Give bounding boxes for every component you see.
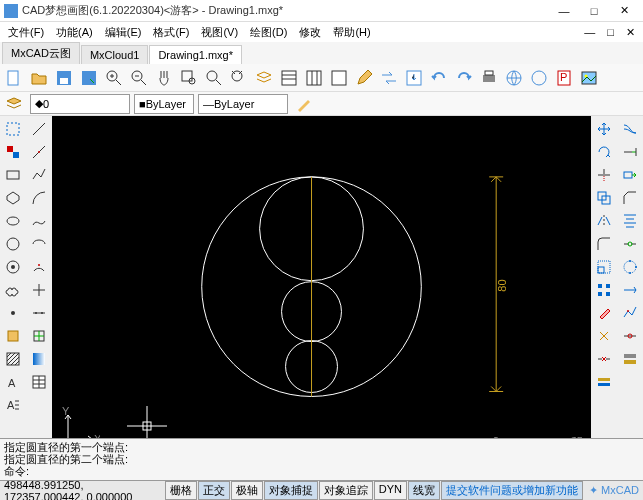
pdf-icon[interactable]: P [552, 66, 576, 90]
cloud-icon[interactable] [527, 66, 551, 90]
insert-icon[interactable] [28, 325, 50, 347]
mdi-min[interactable]: — [578, 24, 601, 41]
menu-modify[interactable]: 修改 [293, 23, 327, 42]
layer-tool-icon[interactable] [593, 371, 615, 393]
menu-draw[interactable]: 绘图(D) [244, 23, 293, 42]
image-icon[interactable] [577, 66, 601, 90]
arc-icon[interactable] [28, 187, 50, 209]
zoom-window-icon[interactable] [177, 66, 201, 90]
offset-icon[interactable] [619, 118, 641, 140]
explode-icon[interactable] [593, 325, 615, 347]
layer-combo[interactable]: ◆ 0 [30, 94, 130, 114]
status-lw[interactable]: 线宽 [408, 481, 440, 500]
layermatch-icon[interactable] [619, 348, 641, 370]
mdi-close[interactable]: ✕ [620, 24, 641, 41]
transfer-icon[interactable] [377, 66, 401, 90]
pedit-icon[interactable] [619, 302, 641, 324]
ellipse-icon[interactable] [2, 210, 24, 232]
grid-icon[interactable] [302, 66, 326, 90]
array-icon[interactable] [593, 279, 615, 301]
menu-help[interactable]: 帮助(H) [327, 23, 376, 42]
polyline-icon[interactable] [28, 164, 50, 186]
properties-icon[interactable] [277, 66, 301, 90]
status-polar[interactable]: 极轴 [231, 481, 263, 500]
align-icon[interactable] [619, 210, 641, 232]
open-icon[interactable] [27, 66, 51, 90]
new-icon[interactable] [2, 66, 26, 90]
zoom-out-icon[interactable] [127, 66, 151, 90]
ellipsearc-icon[interactable] [28, 233, 50, 255]
divide-icon[interactable] [28, 302, 50, 324]
copy-icon[interactable] [593, 187, 615, 209]
command-area[interactable]: 指定圆直径的第一个端点: 指定圆直径的第二个端点: 命令: [0, 438, 643, 480]
status-osnap[interactable]: 对象捕捉 [264, 481, 318, 500]
zoom-in-icon[interactable] [102, 66, 126, 90]
circle-icon[interactable] [2, 233, 24, 255]
hatch-icon[interactable] [2, 348, 24, 370]
status-ortho[interactable]: 正交 [198, 481, 230, 500]
menu-file[interactable]: 文件(F) [2, 23, 50, 42]
revcloud-icon[interactable] [2, 279, 24, 301]
redo-icon[interactable] [452, 66, 476, 90]
mtext-icon[interactable]: A [2, 394, 24, 416]
maximize-button[interactable]: □ [579, 1, 609, 21]
polygon-icon[interactable] [2, 187, 24, 209]
tab-drawing1[interactable]: Drawing1.mxg* [149, 45, 242, 64]
layers-icon[interactable] [252, 66, 276, 90]
menu-func[interactable]: 功能(A) [50, 23, 99, 42]
zoom-all-icon[interactable] [227, 66, 251, 90]
text-icon[interactable]: A [2, 371, 24, 393]
arraypolar-icon[interactable] [619, 256, 641, 278]
block-icon[interactable] [2, 325, 24, 347]
point-icon[interactable] [2, 302, 24, 324]
feedback-link[interactable]: 提交软件问题或增加新功能 [441, 481, 583, 500]
move-icon[interactable] [593, 118, 615, 140]
join-icon[interactable] [619, 233, 641, 255]
blocks-icon[interactable] [327, 66, 351, 90]
ray-icon[interactable] [28, 279, 50, 301]
close-button[interactable]: ✕ [609, 1, 639, 21]
trim-icon[interactable] [593, 164, 615, 186]
saveas-icon[interactable] [77, 66, 101, 90]
linetype-combo[interactable]: — ByLayer [198, 94, 288, 114]
break-icon[interactable] [593, 348, 615, 370]
line-icon[interactable] [28, 118, 50, 140]
menu-format[interactable]: 格式(F) [147, 23, 195, 42]
erase-icon[interactable] [593, 302, 615, 324]
save-icon[interactable] [52, 66, 76, 90]
lengthen-icon[interactable] [619, 279, 641, 301]
chamfer-icon[interactable] [619, 187, 641, 209]
xline-icon[interactable] [28, 141, 50, 163]
menu-edit[interactable]: 编辑(E) [99, 23, 148, 42]
spline-icon[interactable] [28, 210, 50, 232]
pan-icon[interactable] [152, 66, 176, 90]
select-icon[interactable] [2, 118, 24, 140]
match-prop-icon[interactable] [292, 92, 316, 116]
web-icon[interactable] [502, 66, 526, 90]
status-grid[interactable]: 栅格 [165, 481, 197, 500]
drawing-canvas[interactable]: 80 YX 0 35 [52, 116, 591, 438]
zoom-extents-icon[interactable] [202, 66, 226, 90]
color-combo[interactable]: ■ ByLayer [134, 94, 194, 114]
layer-manager-icon[interactable] [2, 92, 26, 116]
region-icon[interactable] [2, 141, 24, 163]
rotate-icon[interactable] [593, 141, 615, 163]
gradient-icon[interactable] [28, 348, 50, 370]
table-icon[interactable] [28, 371, 50, 393]
export-icon[interactable] [402, 66, 426, 90]
status-dyn[interactable]: DYN [374, 481, 407, 500]
tab-mxcad-cloud[interactable]: MxCAD云图 [2, 42, 80, 64]
menu-view[interactable]: 视图(V) [195, 23, 244, 42]
breakat-icon[interactable] [619, 325, 641, 347]
mirror-icon[interactable] [593, 210, 615, 232]
minimize-button[interactable]: — [549, 1, 579, 21]
extend-icon[interactable] [619, 141, 641, 163]
print-icon[interactable] [477, 66, 501, 90]
fillet-icon[interactable] [593, 233, 615, 255]
arc3p-icon[interactable] [28, 256, 50, 278]
donut-icon[interactable] [2, 256, 24, 278]
undo-icon[interactable] [427, 66, 451, 90]
status-otrack[interactable]: 对象追踪 [319, 481, 373, 500]
rectangle-icon[interactable] [2, 164, 24, 186]
stretch-icon[interactable] [619, 164, 641, 186]
